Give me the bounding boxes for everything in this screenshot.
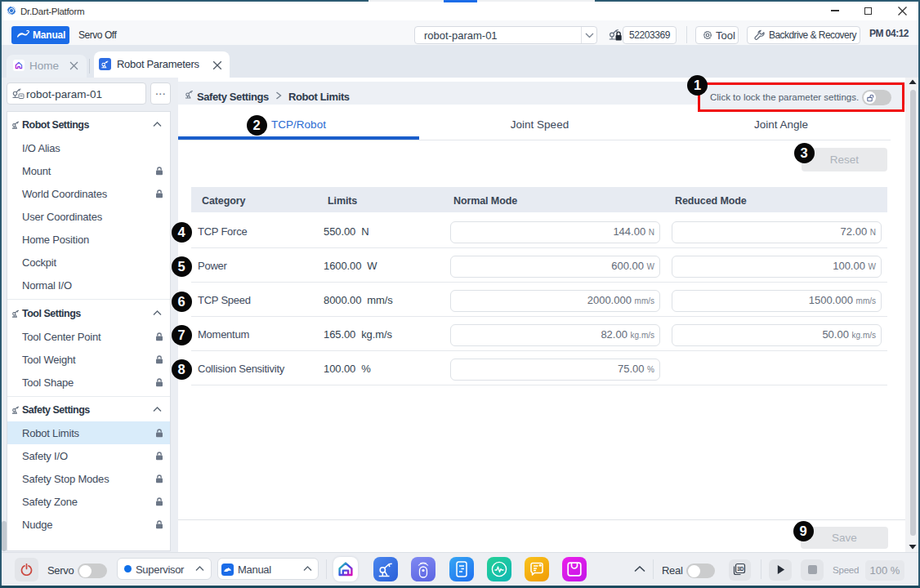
svg-text:3D: 3D [737,566,744,572]
